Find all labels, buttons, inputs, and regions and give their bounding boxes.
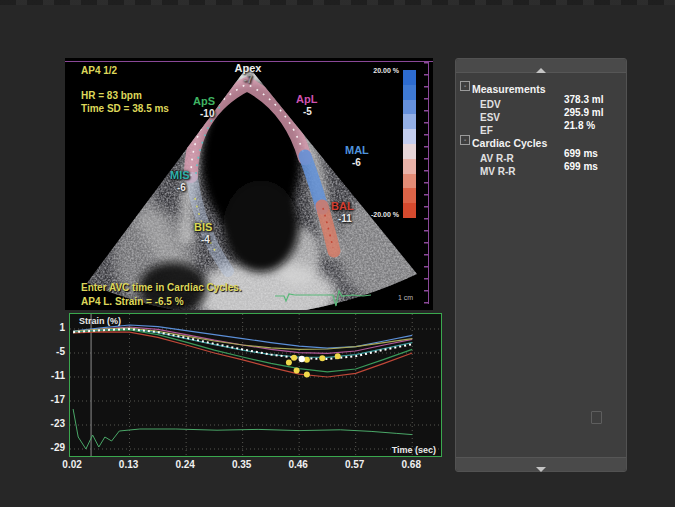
colorbar-segment [403, 188, 416, 203]
collapse-icon[interactable]: - [460, 135, 470, 145]
peak-marker [319, 355, 325, 361]
strain-colorbar: 20.00 % -20.00 % [403, 70, 416, 218]
section-header[interactable]: -Cardiac Cycles [456, 133, 626, 147]
segment-label-bal: BAL-11 [331, 201, 354, 224]
measurement-value: 21.8 % [564, 120, 595, 131]
chart-x-axis-title: Time (sec) [392, 445, 436, 455]
y-axis-tick-label: 1 [38, 322, 65, 333]
time-sd-readout: Time SD = 38.5 ms [81, 103, 169, 114]
x-axis-tick-label: 0.02 [58, 459, 86, 470]
y-axis-tick-label: -23 [38, 418, 65, 429]
measurement-row[interactable]: MV R-R699 ms [456, 161, 626, 174]
chevron-down-icon [536, 467, 546, 472]
x-axis-tick-label: 0.24 [171, 459, 199, 470]
peak-marker [294, 368, 300, 374]
global-strain-readout: AP4 L. Strain = -6.5 % [81, 296, 184, 307]
scroll-down-button[interactable] [456, 457, 626, 471]
y-axis-tick-label: -5 [38, 346, 65, 357]
heart-rate-readout: HR = 83 bpm [81, 90, 142, 101]
segment-value: -7 [223, 74, 273, 85]
measurements-panel: -MeasurementsEDV378.3 mlESV295.9 mlEF21.… [455, 58, 627, 472]
peak-marker [335, 353, 341, 359]
x-axis-tick-label: 0.13 [115, 459, 143, 470]
segment-label-aps: ApS-10 [193, 96, 215, 119]
panel-grip-icon[interactable] [591, 411, 602, 424]
scale-marker-label: 1 cm [398, 294, 413, 301]
application-window: AP4 1/2 HR = 83 bpm Time SD = 38.5 ms Ap… [0, 0, 675, 507]
measurement-row[interactable]: EDV378.3 ml [456, 94, 626, 107]
measurement-value: 295.9 ml [564, 107, 603, 118]
section-header[interactable]: -Measurements [456, 79, 626, 93]
colorbar-segment [403, 174, 416, 189]
measurement-value: 699 ms [564, 148, 598, 159]
measurement-value: 378.3 ml [564, 94, 603, 105]
colorbar-segment [403, 114, 416, 129]
chart-y-axis-title: Strain (%) [79, 316, 121, 326]
avc-prompt-text: Enter AVC time in Cardiac Cycles. [81, 282, 242, 293]
segment-label-mal: MAL-6 [345, 145, 369, 168]
x-axis-tick-label: 0.68 [397, 459, 425, 470]
scroll-up-button[interactable] [456, 59, 626, 73]
y-axis-tick-label: -17 [38, 394, 65, 405]
x-axis-tick-label: 0.46 [284, 459, 312, 470]
view-title: AP4 1/2 [81, 65, 117, 76]
top-edge-decoration [0, 0, 675, 5]
colorbar-segment [403, 129, 416, 144]
segment-label-apex: Apex -7 [223, 62, 273, 85]
segment-label-bis: BIS-4 [194, 222, 212, 245]
peak-marker [286, 360, 292, 366]
ultrasound-viewport[interactable]: AP4 1/2 HR = 83 bpm Time SD = 38.5 ms Ap… [65, 58, 433, 310]
segment-name: Apex [235, 62, 262, 74]
measurement-row[interactable]: ESV295.9 ml [456, 107, 626, 120]
measurement-row[interactable]: EF21.8 % [456, 120, 626, 133]
colorbar-segment [403, 144, 416, 159]
collapse-icon[interactable]: - [460, 81, 470, 91]
strain-chart[interactable]: Strain (%) Time (sec) [69, 313, 442, 457]
selected-peak-marker [299, 356, 305, 362]
segment-label-mis: MIS-6 [170, 170, 190, 193]
colorbar-segment [403, 70, 416, 85]
colorbar-max-label: 20.00 % [353, 67, 399, 74]
measurement-label: MV R-R [480, 166, 516, 177]
strain-plot-area[interactable] [70, 314, 441, 456]
peak-marker [291, 355, 297, 361]
colorbar-segment [403, 159, 416, 174]
colorbar-min-label: -20.00 % [353, 211, 399, 218]
colorbar-segment [403, 85, 416, 100]
measurement-value: 699 ms [564, 161, 598, 172]
peak-marker [304, 372, 310, 378]
colorbar-segment [403, 203, 416, 218]
colorbar-segment [403, 100, 416, 115]
segment-label-apl: ApL-5 [296, 94, 317, 117]
x-axis-tick-label: 0.35 [228, 459, 256, 470]
x-axis-tick-label: 0.57 [341, 459, 369, 470]
y-axis-tick-label: -29 [38, 442, 65, 453]
y-axis-tick-label: -11 [38, 370, 65, 381]
measurement-row[interactable]: AV R-R699 ms [456, 148, 626, 161]
